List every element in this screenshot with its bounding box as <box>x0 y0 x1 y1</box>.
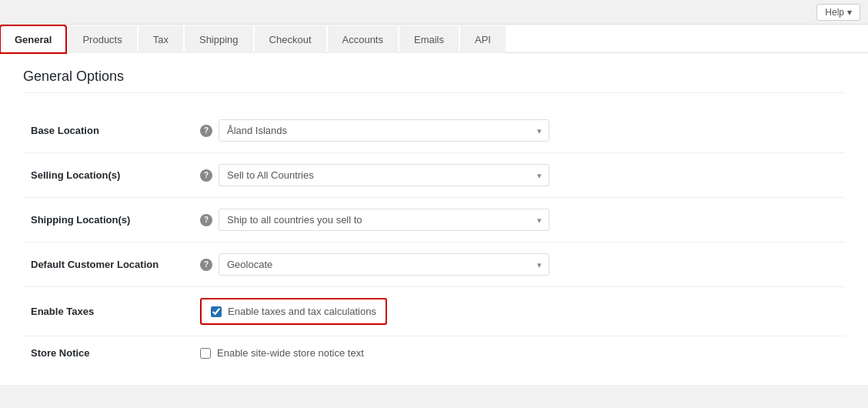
store-notice-checkbox-container: Enable site-wide store notice text <box>200 347 364 359</box>
tab-checkout[interactable]: Checkout <box>255 25 326 53</box>
enable-taxes-checkbox-label[interactable]: Enable taxes and tax calculations <box>228 306 376 317</box>
selling-locations-control: ? Sell to All Countries ▾ <box>192 153 845 198</box>
enable-taxes-checkbox[interactable] <box>211 306 222 317</box>
tab-shipping[interactable]: Shipping <box>185 25 253 53</box>
selling-locations-label: Selling Location(s) <box>23 153 192 198</box>
base-location-control: ? Åland Islands ▾ <box>192 109 845 153</box>
base-location-label: Base Location <box>23 109 192 153</box>
shipping-locations-select[interactable]: Ship to all countries you sell to <box>219 209 549 231</box>
row-base-location: Base Location ? Åland Islands ▾ <box>23 109 845 153</box>
section-title: General Options <box>23 69 845 93</box>
help-arrow-icon: ▾ <box>847 7 852 18</box>
store-notice-checkbox[interactable] <box>200 348 211 359</box>
row-shipping-locations: Shipping Location(s) ? Ship to all count… <box>23 198 845 242</box>
store-notice-checkbox-label[interactable]: Enable site-wide store notice text <box>217 347 364 359</box>
row-default-customer-location: Default Customer Location ? Geolocate ▾ <box>23 242 845 287</box>
selling-locations-select-wrapper: Sell to All Countries ▾ <box>219 164 549 186</box>
shipping-locations-select-wrapper: Ship to all countries you sell to ▾ <box>219 209 549 231</box>
default-customer-location-help-icon[interactable]: ? <box>200 259 212 271</box>
tab-products[interactable]: Products <box>68 25 136 53</box>
enable-taxes-checkbox-container: Enable taxes and tax calculations <box>200 298 387 325</box>
row-selling-locations: Selling Location(s) ? Sell to All Countr… <box>23 153 845 198</box>
selling-locations-select[interactable]: Sell to All Countries <box>219 164 549 186</box>
default-customer-location-label: Default Customer Location <box>23 242 192 287</box>
base-location-help-icon[interactable]: ? <box>200 125 212 137</box>
default-customer-location-control: ? Geolocate ▾ <box>192 242 845 287</box>
tab-navigation: General Products Tax Shipping Checkout A… <box>0 25 868 53</box>
help-button[interactable]: Help ▾ <box>816 4 860 21</box>
tab-emails[interactable]: Emails <box>399 25 459 53</box>
store-notice-control: Enable site-wide store notice text <box>192 336 845 370</box>
row-store-notice: Store Notice Enable site-wide store noti… <box>23 336 845 370</box>
store-notice-label: Store Notice <box>23 336 192 370</box>
help-label: Help <box>825 7 844 18</box>
default-customer-location-select[interactable]: Geolocate <box>219 253 549 276</box>
shipping-locations-label: Shipping Location(s) <box>23 198 192 242</box>
tab-general[interactable]: General <box>0 25 66 53</box>
tab-tax[interactable]: Tax <box>139 25 183 53</box>
base-location-select-wrapper: Åland Islands ▾ <box>219 119 549 142</box>
page-content: General Options Base Location ? Åland Is… <box>0 53 868 385</box>
enable-taxes-control: Enable taxes and tax calculations <box>192 287 845 336</box>
selling-locations-help-icon[interactable]: ? <box>200 169 212 182</box>
default-customer-location-select-wrapper: Geolocate ▾ <box>219 253 549 276</box>
enable-taxes-label: Enable Taxes <box>23 287 192 336</box>
top-bar: Help ▾ <box>0 0 868 25</box>
tab-accounts[interactable]: Accounts <box>328 25 398 53</box>
shipping-locations-control: ? Ship to all countries you sell to ▾ <box>192 198 845 242</box>
shipping-locations-help-icon[interactable]: ? <box>200 214 212 226</box>
tab-api[interactable]: API <box>460 25 506 53</box>
base-location-select[interactable]: Åland Islands <box>219 119 549 142</box>
row-enable-taxes: Enable Taxes Enable taxes and tax calcul… <box>23 287 845 336</box>
options-table: Base Location ? Åland Islands ▾ <box>23 109 845 370</box>
